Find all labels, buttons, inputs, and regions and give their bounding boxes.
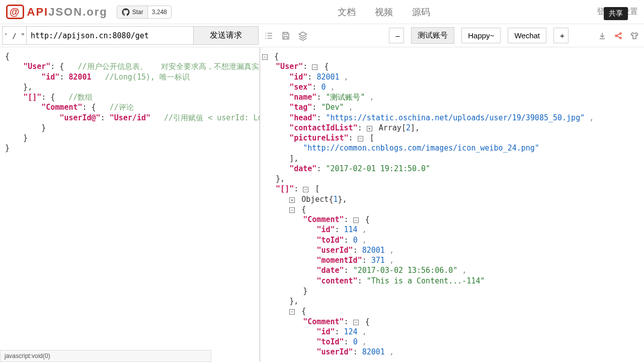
nav-source[interactable]: 源码 (412, 6, 430, 18)
toggle-icon[interactable]: – (353, 320, 359, 325)
toggle-icon[interactable]: – (312, 64, 317, 70)
send-button[interactable]: 发送请求 (193, 26, 259, 45)
status-bar: javascript:void(0) (0, 350, 211, 362)
tab-2[interactable]: Wechat (508, 28, 546, 43)
layers-icon[interactable] (298, 31, 308, 41)
save-icon[interactable] (281, 31, 291, 41)
svg-point-0 (615, 35, 617, 36)
share-tooltip: 共享 (604, 7, 628, 20)
github-star-count: 3,248 (148, 7, 171, 17)
github-star-button[interactable]: Star 3,248 (117, 6, 172, 19)
logo-api: API (27, 6, 49, 19)
logo[interactable]: @ APIJSON .org (6, 5, 108, 19)
url-input[interactable] (26, 26, 193, 45)
tab-minus[interactable]: – (389, 28, 404, 43)
list-icon[interactable] (264, 31, 274, 41)
nav-video[interactable]: 视频 (375, 6, 393, 18)
toggle-icon[interactable]: – (262, 54, 268, 60)
github-icon (121, 8, 130, 17)
logo-at-icon: @ (6, 5, 24, 19)
response-viewer[interactable]: – { "User": – { "id": 82001 , "sex": 0 ,… (260, 47, 644, 362)
logo-org: .org (83, 6, 108, 19)
toggle-icon[interactable]: – (289, 309, 295, 315)
download-icon[interactable] (598, 31, 607, 40)
nav-docs[interactable]: 文档 (338, 6, 356, 18)
logo-json: JSON (48, 6, 83, 19)
toggle-icon[interactable]: – (353, 218, 359, 223)
share-icon[interactable] (614, 31, 623, 40)
svg-point-2 (620, 37, 621, 39)
toggle-icon[interactable]: + (289, 197, 295, 203)
toggle-icon[interactable]: – (289, 207, 295, 213)
tab-add[interactable]: + (553, 28, 569, 43)
toggle-icon[interactable]: – (303, 187, 308, 192)
tab-1[interactable]: Happy~ (461, 28, 501, 43)
toggle-icon[interactable]: – (358, 136, 363, 141)
shirt-icon[interactable] (630, 31, 639, 40)
url-prefix[interactable]: ' / " (2, 26, 26, 45)
toggle-icon[interactable]: + (367, 126, 372, 131)
svg-point-1 (620, 33, 621, 34)
github-star-label: Star (132, 9, 143, 16)
tab-0[interactable]: 测试账号 (411, 27, 454, 44)
request-editor[interactable]: { "User": { //用户公开信息表。 对安全要求高，不想泄漏真实名称。X… (0, 47, 260, 362)
